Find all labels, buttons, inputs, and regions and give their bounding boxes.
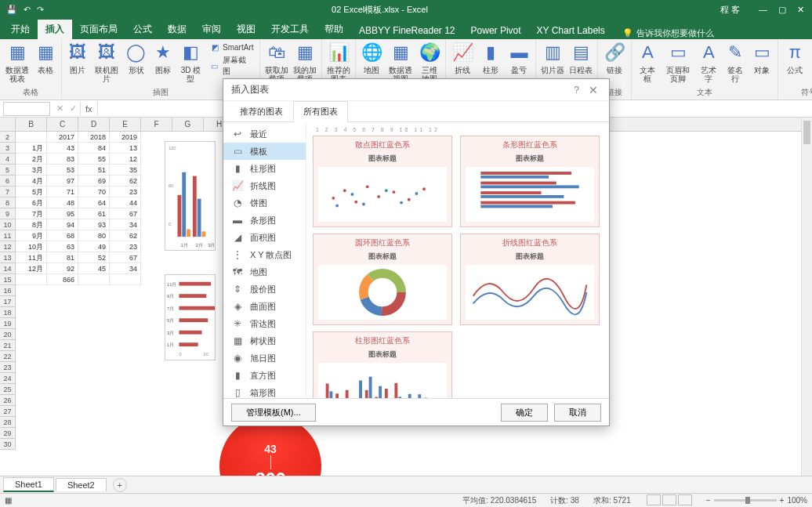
- chart-category-饼图[interactable]: ◔饼图: [223, 194, 306, 212]
- cell[interactable]: 5月: [16, 187, 47, 197]
- tell-me[interactable]: 💡 告诉我你想要做什么: [622, 27, 714, 39]
- ribbon-艺术字[interactable]: A艺术字: [698, 41, 720, 83]
- row-header[interactable]: 15: [0, 274, 15, 285]
- ribbon-地图[interactable]: 🌐地图: [361, 41, 382, 74]
- cell[interactable]: 94: [47, 219, 78, 230]
- row-header[interactable]: 30: [0, 439, 15, 450]
- ribbon-文本框[interactable]: A文本框: [636, 41, 658, 83]
- ribbon-图片[interactable]: 🖼图片: [67, 41, 89, 74]
- cell[interactable]: [16, 274, 47, 285]
- cell[interactable]: 6月: [16, 197, 47, 208]
- col-header[interactable]: F: [141, 118, 172, 131]
- ribbon-我的加载项[interactable]: ▦我的加载项: [293, 41, 317, 83]
- cell[interactable]: 95: [47, 208, 78, 219]
- col-header[interactable]: E: [110, 118, 141, 131]
- cell[interactable]: 61: [78, 208, 110, 219]
- chart-category-地图[interactable]: 🗺地图: [223, 263, 306, 281]
- row-header[interactable]: 11: [0, 230, 15, 241]
- row-header[interactable]: 24: [0, 373, 15, 384]
- row-header[interactable]: 25: [0, 384, 15, 395]
- cell[interactable]: 3月: [16, 165, 47, 176]
- chart-category-模板[interactable]: ▭模板: [223, 143, 306, 160]
- cancel-button[interactable]: 取消: [554, 404, 601, 422]
- cell[interactable]: 62: [110, 230, 141, 241]
- ribbon-表格[interactable]: ▦表格: [34, 41, 56, 74]
- tab-视图[interactable]: 视图: [229, 20, 263, 39]
- name-box[interactable]: [3, 102, 50, 116]
- row-header[interactable]: 4: [0, 154, 15, 165]
- zoom-slider[interactable]: [714, 499, 777, 502]
- col-header[interactable]: C: [47, 118, 78, 131]
- cell[interactable]: 11月: [16, 252, 47, 263]
- ribbon-推荐的图表[interactable]: 📊推荐的图表: [327, 41, 350, 83]
- ribbon-签名行[interactable]: ✎签名行: [724, 41, 746, 83]
- cell[interactable]: 34: [110, 263, 141, 274]
- cell[interactable]: 63: [47, 241, 78, 252]
- cell[interactable]: 53: [47, 165, 78, 176]
- ribbon-形状[interactable]: ◯形状: [125, 41, 147, 74]
- sheet-tab[interactable]: Sheet2: [56, 478, 107, 491]
- fx-button[interactable]: fx: [80, 102, 98, 116]
- row-header[interactable]: 26: [0, 395, 15, 406]
- cell[interactable]: 8月: [16, 219, 47, 230]
- cell[interactable]: 2017: [47, 132, 78, 143]
- cell[interactable]: 84: [78, 143, 110, 154]
- ribbon-页眉和页脚[interactable]: ▭页眉和页脚: [663, 41, 693, 83]
- template-thumb-donut[interactable]: 圆环图红蓝色系图表标题: [313, 234, 452, 325]
- dialog-help-icon[interactable]: ?: [567, 85, 585, 96]
- cell[interactable]: 866: [47, 274, 78, 285]
- template-thumb-line[interactable]: 折线图红蓝色系图表标题: [460, 234, 600, 325]
- ribbon-图标[interactable]: ★图标: [152, 41, 174, 74]
- dialog-tab[interactable]: 所有图表: [293, 101, 348, 122]
- row-header[interactable]: 7: [0, 187, 15, 197]
- ribbon-盈亏[interactable]: ▬盈亏: [507, 41, 531, 74]
- ribbon-SmartArt[interactable]: ◩SmartArt: [208, 41, 255, 53]
- cell[interactable]: 13: [110, 143, 141, 154]
- cell[interactable]: 97: [47, 176, 78, 187]
- row-header[interactable]: 3: [0, 143, 15, 154]
- chart-category-面积图[interactable]: ◢面积图: [223, 229, 306, 246]
- row-header[interactable]: 17: [0, 296, 15, 307]
- ribbon-柱形[interactable]: ▮柱形: [479, 41, 502, 74]
- cell[interactable]: 93: [78, 219, 110, 230]
- maximize-icon[interactable]: ▢: [778, 5, 786, 15]
- cell[interactable]: 4月: [16, 176, 47, 187]
- cell[interactable]: 80: [78, 230, 110, 241]
- cell[interactable]: 35: [110, 165, 141, 176]
- dialog-tab[interactable]: 推荐的图表: [230, 101, 293, 121]
- select-all-triangle[interactable]: [0, 118, 16, 132]
- row-header[interactable]: 19: [0, 318, 15, 329]
- cell[interactable]: 92: [47, 263, 78, 274]
- zoom-out-icon[interactable]: −: [706, 496, 711, 505]
- minimize-icon[interactable]: —: [759, 5, 767, 15]
- chart-category-条形图[interactable]: ▬条形图: [223, 212, 306, 229]
- dialog-close-icon[interactable]: ✕: [585, 84, 601, 96]
- cell[interactable]: 23: [110, 187, 141, 197]
- row-header[interactable]: 16: [0, 285, 15, 296]
- row-header[interactable]: 29: [0, 428, 15, 439]
- tab-开发工具[interactable]: 开发工具: [263, 20, 317, 39]
- row-header[interactable]: 2: [0, 132, 15, 143]
- chart-category-树状图[interactable]: ▦树状图: [223, 332, 306, 349]
- zoom-in-icon[interactable]: +: [780, 496, 785, 505]
- tab-页面布局[interactable]: 页面布局: [72, 20, 125, 39]
- tab-XY Chart Labels[interactable]: XY Chart Labels: [529, 22, 613, 39]
- fx-cancel-icon[interactable]: ✕: [53, 103, 67, 114]
- ribbon-公式[interactable]: π公式: [783, 41, 807, 74]
- ribbon-3D 模型[interactable]: ◧3D 模型: [179, 41, 203, 83]
- cell[interactable]: 34: [110, 219, 141, 230]
- ribbon-日程表[interactable]: ▤日程表: [569, 41, 593, 74]
- ribbon-获取加载项[interactable]: 🛍获取加载项: [265, 41, 288, 83]
- embedded-chart-2[interactable]: 11月 9月 7月 5月 3月 1月 020: [165, 274, 216, 360]
- template-thumb-bar[interactable]: 条形图红蓝色系图表标题: [460, 136, 600, 227]
- close-icon[interactable]: ✕: [797, 5, 804, 15]
- cell[interactable]: 44: [110, 197, 141, 208]
- chart-category-直方图[interactable]: ▮直方图: [223, 367, 306, 384]
- cell[interactable]: 81: [47, 252, 78, 263]
- chart-category-曲面图[interactable]: ◈曲面图: [223, 298, 306, 315]
- tab-公式[interactable]: 公式: [125, 20, 160, 39]
- row-header[interactable]: 8: [0, 197, 15, 208]
- chart-category-旭日图[interactable]: ◉旭日图: [223, 349, 306, 367]
- row-header[interactable]: 13: [0, 252, 15, 263]
- cell[interactable]: [16, 132, 47, 143]
